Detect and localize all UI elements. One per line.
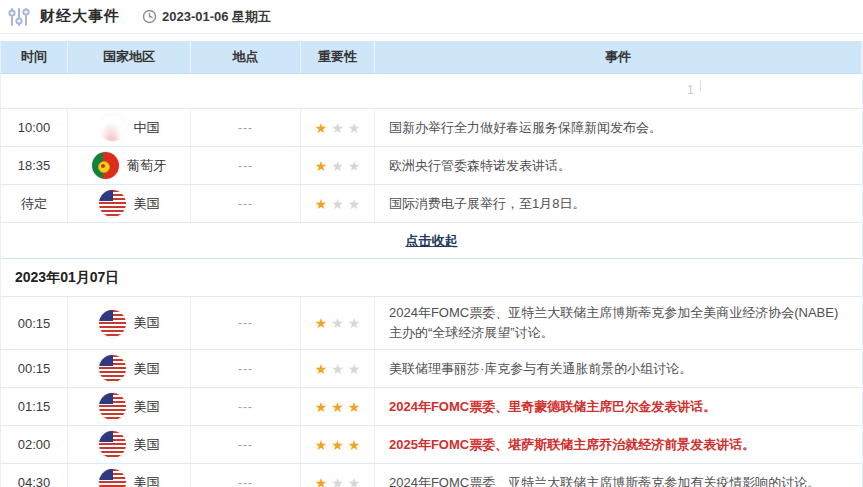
event-text: 2024年FOMC票委、亚特兰大联储主席博斯蒂克参加全美商业经济协会(NABE)… [389, 303, 848, 343]
star-icon: ★ [315, 316, 328, 330]
page-header: 财经大事件 2023-01-06 星期五 [0, 0, 863, 34]
country-name: 美国 [134, 360, 160, 378]
star-icon: ★ [331, 197, 344, 211]
pt-flag-icon [92, 152, 119, 179]
star-icon: ★ [348, 362, 361, 376]
event-text: 国际消费电子展举行，至1月8日。 [389, 194, 585, 214]
star-icon: ★ [315, 362, 328, 376]
event-time: 待定 [21, 195, 47, 213]
importance-stars: ★★★ [301, 147, 375, 184]
location-value: --- [238, 438, 253, 452]
location-value: --- [238, 316, 253, 330]
importance-stars: ★★★ [301, 109, 375, 146]
clock-icon [142, 9, 157, 24]
country-name: 美国 [134, 474, 160, 487]
event-row: 01:15 美国 --- ★★★ 2024年FOMC票委、里奇蒙德联储主席巴尔金… [1, 388, 862, 426]
star-icon: ★ [315, 476, 328, 487]
star-icon: ★ [315, 438, 328, 452]
event-time: 02:00 [18, 437, 51, 452]
importance-stars: ★★★ [301, 185, 375, 222]
us-flag-icon [99, 469, 126, 487]
event-row: 00:15 美国 --- ★★★ 2024年FOMC票委、亚特兰大联储主席博斯蒂… [1, 297, 862, 350]
column-header-event: 事件 [375, 41, 862, 73]
us-flag-icon [99, 190, 126, 217]
location-value: --- [238, 400, 253, 414]
column-header-time: 时间 [1, 41, 68, 73]
event-row: 待定 美国 --- ★★★ 国际消费电子展举行，至1月8日。 [1, 185, 862, 223]
rows-day1: 10:00 中国 --- ★★★ 国新办举行全力做好春运服务保障新闻发布会。 1… [1, 109, 862, 223]
country-name: 美国 [134, 436, 160, 454]
sliders-icon [8, 6, 30, 28]
event-time: 04:30 [18, 475, 51, 487]
date-separator-text: 2023年01月07日 [15, 269, 119, 287]
us-flag-icon [99, 355, 126, 382]
event-row: 18:35 葡萄牙 --- ★★★ 欧洲央行管委森特诺发表讲话。 [1, 147, 862, 185]
star-icon: ★ [315, 400, 328, 414]
rows-day2: 00:15 美国 --- ★★★ 2024年FOMC票委、亚特兰大联储主席博斯蒂… [1, 297, 862, 487]
event-time: 01:15 [18, 399, 51, 414]
star-icon: ★ [348, 400, 361, 414]
country-name: 中国 [134, 119, 160, 137]
star-icon: ★ [348, 197, 361, 211]
importance-stars: ★★★ [301, 464, 375, 487]
country-name: 美国 [134, 398, 160, 416]
star-icon: ★ [331, 438, 344, 452]
country-name: 葡萄牙 [127, 157, 166, 175]
star-icon: ★ [331, 121, 344, 135]
us-flag-icon [99, 310, 126, 337]
event-text: 美联储理事丽莎·库克参与有关通胀前景的小组讨论。 [389, 359, 692, 379]
location-value: --- [238, 362, 253, 376]
event-text: 国新办举行全力做好春运服务保障新闻发布会。 [389, 118, 662, 138]
stray-fragment: 1 [687, 83, 701, 97]
star-icon: ★ [331, 316, 344, 330]
star-icon: ★ [348, 121, 361, 135]
star-icon: ★ [331, 159, 344, 173]
event-text: 2024年FOMC票委、里奇蒙德联储主席巴尔金发表讲话。 [389, 397, 716, 417]
column-header-importance: 重要性 [301, 41, 375, 73]
location-value: --- [238, 476, 253, 487]
star-icon: ★ [348, 476, 361, 487]
star-icon: ★ [348, 159, 361, 173]
event-row: 04:30 美国 --- ★★★ 2024年FOMC票委、亚特兰大联储主席博斯蒂… [1, 464, 862, 487]
location-value: --- [238, 159, 253, 173]
importance-stars: ★★★ [301, 297, 375, 349]
star-icon: ★ [315, 197, 328, 211]
event-text: 欧洲央行管委森特诺发表讲话。 [389, 156, 571, 176]
star-icon: ★ [331, 476, 344, 487]
importance-stars: ★★★ [301, 350, 375, 387]
us-flag-icon [99, 393, 126, 420]
event-time: 00:15 [18, 361, 51, 376]
header-date-wrap: 2023-01-06 星期五 [142, 8, 271, 26]
event-row: 10:00 中国 --- ★★★ 国新办举行全力做好春运服务保障新闻发布会。 [1, 109, 862, 147]
event-text: 2025年FOMC票委、堪萨斯联储主席乔治就经济前景发表讲话。 [389, 435, 755, 455]
star-icon: ★ [348, 438, 361, 452]
collapse-row: 点击收起 [1, 223, 862, 259]
star-icon: ★ [331, 362, 344, 376]
page-title: 财经大事件 [40, 7, 120, 26]
event-time: 18:35 [18, 158, 51, 173]
star-icon: ★ [315, 159, 328, 173]
star-icon: ★ [331, 400, 344, 414]
event-text: 2024年FOMC票委、亚特兰大联储主席博斯蒂克参加有关疫情影响的讨论。 [389, 473, 820, 487]
header-date: 2023-01-06 星期五 [162, 8, 271, 26]
star-icon: ★ [348, 316, 361, 330]
partial-row: 1 [1, 74, 862, 109]
event-time: 00:15 [18, 316, 51, 331]
star-icon: ★ [315, 121, 328, 135]
country-name: 美国 [134, 314, 160, 332]
country-name: 美国 [134, 195, 160, 213]
events-table: 时间 国家地区 地点 重要性 事件 1 10:00 中国 --- ★★★ 国新办… [0, 41, 863, 487]
importance-stars: ★★★ [301, 426, 375, 463]
collapse-link[interactable]: 点击收起 [406, 232, 458, 250]
importance-stars: ★★★ [301, 388, 375, 425]
stray-tick [700, 80, 701, 91]
event-time: 10:00 [18, 120, 51, 135]
date-separator-row: 2023年01月07日 [1, 259, 862, 297]
cn-flag-icon [99, 114, 126, 141]
column-header-country: 国家地区 [68, 41, 191, 73]
event-row: 02:00 美国 --- ★★★ 2025年FOMC票委、堪萨斯联储主席乔治就经… [1, 426, 862, 464]
column-header-location: 地点 [191, 41, 301, 73]
event-row: 00:15 美国 --- ★★★ 美联储理事丽莎·库克参与有关通胀前景的小组讨论… [1, 350, 862, 388]
stray-text: 1 [687, 83, 694, 97]
location-value: --- [238, 197, 253, 211]
